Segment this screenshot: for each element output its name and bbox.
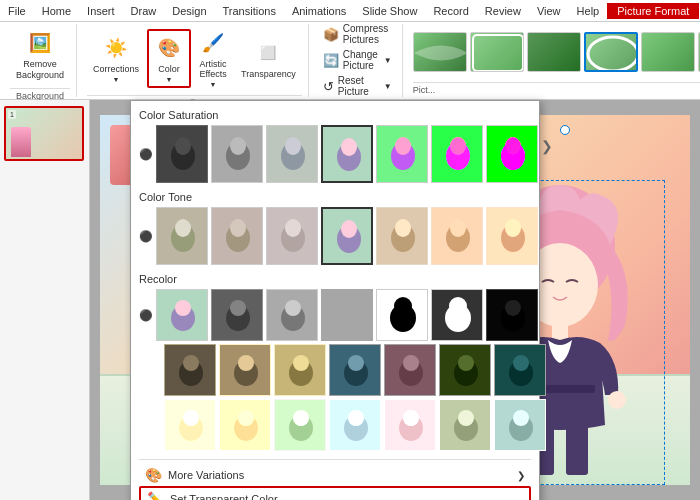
tone-thumb-5[interactable] [431,207,483,265]
svg-rect-1 [528,33,581,72]
tone-thumb-2[interactable] [266,207,318,265]
recolor-row-3 [164,399,531,451]
transparency-button[interactable]: ◻️ Transparency [235,36,302,82]
recolor-graymed[interactable] [266,289,318,341]
reset-picture-button[interactable]: ↺ Reset Picture ▼ [319,74,396,98]
svg-point-115 [513,410,529,426]
corrections-label: Corrections [93,64,139,74]
recolor-darkgray[interactable] [486,289,538,341]
reset-label: Reset Picture [338,75,378,97]
tone-thumb-1[interactable] [211,207,263,265]
menu-draw[interactable]: Draw [123,3,165,19]
menu-slideshow[interactable]: Slide Show [354,3,425,19]
svg-point-58 [230,300,246,316]
svg-point-49 [450,219,466,237]
menu-home[interactable]: Home [34,3,79,19]
recolor-brown2[interactable] [219,344,271,396]
recolor-graydark[interactable] [211,289,263,341]
sat-thumb-6[interactable] [486,125,538,183]
styles-group-label: Pict... [413,82,700,95]
sat-thumb-2[interactable] [266,125,318,183]
recolor-lightblue[interactable] [439,399,491,451]
svg-point-76 [183,355,199,371]
svg-point-31 [505,137,521,155]
color-icon: 🎨 [155,34,183,62]
change-picture-button[interactable]: 🔄 Change Picture ▼ [319,48,396,72]
compress-pictures-button[interactable]: 📦 Compress Pictures [319,22,396,46]
svg-point-16 [230,137,246,155]
style-thumb-1[interactable] [413,32,467,72]
change-label: Change Picture [343,49,378,71]
recolor-white-silhouette[interactable] [431,289,483,341]
recolor-brown1[interactable] [164,344,216,396]
recolor-blue1[interactable] [439,344,491,396]
menu-view[interactable]: View [529,3,569,19]
tone-thumb-4[interactable] [376,207,428,265]
menu-design[interactable]: Design [164,3,214,19]
set-transparent-label: Set Transparent Color [170,493,278,500]
tone-thumb-3[interactable] [321,207,373,265]
recolor-purple1[interactable] [494,344,546,396]
sat-thumb-0[interactable] [156,125,208,183]
svg-point-34 [175,219,191,237]
svg-point-2 [588,37,638,71]
recolor-original[interactable] [156,289,208,341]
tone-thumb-6[interactable] [486,207,538,265]
recolor-lightteal[interactable] [384,399,436,451]
menu-animations[interactable]: Animations [284,3,354,19]
svg-point-70 [449,297,467,315]
style-thumb-3[interactable] [527,32,581,72]
svg-rect-0 [473,35,523,71]
remove-bg-icon: 🖼️ [26,29,54,57]
ribbon: 🖼️ RemoveBackground Background ☀️ Correc… [0,22,700,100]
recolor-light2[interactable] [219,399,271,451]
menu-help[interactable]: Help [569,3,608,19]
svg-point-25 [395,137,411,155]
sat-thumb-1[interactable] [211,125,263,183]
picture-tools-buttons: 📦 Compress Pictures 🔄 Change Picture ▼ ↺… [319,22,396,98]
remove-background-button[interactable]: 🖼️ RemoveBackground [10,26,70,84]
saturation-scroll[interactable]: ❯ [541,138,553,154]
sat-thumb-5[interactable] [431,125,483,183]
sat-thumb-4[interactable] [376,125,428,183]
recolor-light1[interactable] [164,399,216,451]
set-transparent-color-item[interactable]: ✏️ Set Transparent Color [139,486,531,500]
artistic-effects-button[interactable]: 🖌️ ArtisticEffects ▼ [193,26,233,91]
menu-transitions[interactable]: Transitions [215,3,284,19]
sat-thumb-3[interactable] [321,125,373,183]
corrections-button[interactable]: ☀️ Corrections ▼ [87,31,145,86]
recolor-green1[interactable] [329,344,381,396]
style-thumb-4[interactable] [584,32,638,72]
svg-rect-8 [566,425,588,475]
ribbon-group-background: 🖼️ RemoveBackground Background [4,24,77,97]
remove-bg-label: RemoveBackground [16,59,64,81]
svg-point-88 [403,355,419,371]
menu-review[interactable]: Review [477,3,529,19]
more-variations-item[interactable]: 🎨 More Variations ❯ [139,464,531,486]
svg-point-46 [395,219,411,237]
recolor-lightgreen[interactable] [329,399,381,451]
recolor-washout[interactable] [321,289,373,341]
recolor-brown3[interactable] [274,344,326,396]
menu-file[interactable]: File [0,3,34,19]
style-thumb-2[interactable] [470,32,524,72]
style-thumb-5[interactable] [641,32,695,72]
menu-picture-format[interactable]: Picture Format [607,3,699,19]
svg-point-43 [341,220,357,238]
color-tone-section: Color Tone ⚫ [139,191,531,265]
recolor-black-silhouette[interactable] [376,289,428,341]
svg-point-37 [230,219,246,237]
recolor-title: Recolor [139,273,531,285]
tone-thumb-0[interactable] [156,207,208,265]
menu-insert[interactable]: Insert [79,3,123,19]
reset-arrow: ▼ [384,82,392,91]
recolor-lightpurple[interactable] [494,399,546,451]
svg-point-112 [458,410,474,426]
menu-record[interactable]: Record [425,3,476,19]
recolor-teal1[interactable] [384,344,436,396]
slide-thumbnail-1[interactable]: 1 [4,106,84,161]
recolor-light3[interactable] [274,399,326,451]
svg-point-106 [348,410,364,426]
svg-point-61 [285,300,301,316]
color-button[interactable]: 🎨 Color ▼ [147,29,191,88]
